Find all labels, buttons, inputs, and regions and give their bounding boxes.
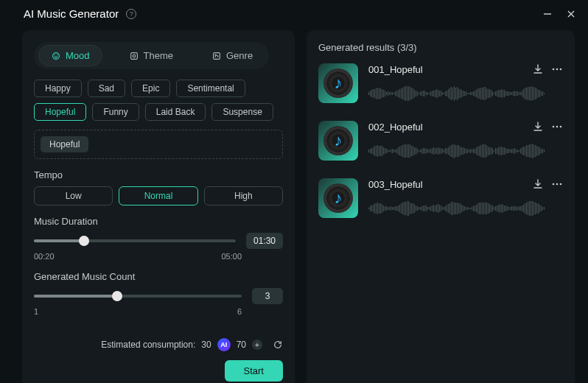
- svg-point-12: [560, 126, 562, 128]
- estimate-label: Estimated consumption:: [101, 340, 195, 350]
- count-min: 1: [34, 307, 38, 316]
- duration-max: 05:00: [221, 252, 242, 261]
- more-icon[interactable]: [551, 63, 563, 75]
- duration-slider[interactable]: [34, 239, 236, 242]
- minimize-button[interactable]: [542, 9, 553, 19]
- close-button[interactable]: [566, 9, 576, 19]
- more-icon[interactable]: [551, 121, 563, 133]
- results-heading: Generated results (3/3): [318, 42, 563, 53]
- tab-label: Genre: [226, 50, 253, 61]
- window-title: AI Music Generator: [24, 7, 119, 20]
- tempo-label: Tempo: [34, 169, 283, 180]
- duration-label: Music Duration: [34, 216, 283, 227]
- refresh-icon[interactable]: [273, 340, 283, 350]
- svg-point-7: [553, 68, 555, 71]
- category-tabs: MoodThemeGenre: [34, 42, 269, 69]
- mood-chip-epic[interactable]: Epic: [131, 80, 170, 97]
- ai-credits-icon: AI: [217, 338, 231, 351]
- waveform[interactable]: [368, 200, 563, 217]
- mood-chip-happy[interactable]: Happy: [34, 80, 82, 97]
- mood-chip-hopeful[interactable]: Hopeful: [34, 103, 86, 121]
- waveform[interactable]: [368, 143, 563, 159]
- count-slider[interactable]: [34, 295, 242, 298]
- result-item: ♪002_Hopeful: [318, 121, 563, 161]
- svg-point-14: [556, 183, 559, 186]
- svg-point-11: [556, 126, 559, 128]
- result-item: ♪001_Hopeful: [318, 63, 563, 103]
- tempo-normal[interactable]: Normal: [119, 186, 197, 205]
- credits-value: 70: [237, 340, 246, 350]
- selected-tags-bar: Hopeful: [34, 130, 283, 159]
- svg-point-3: [53, 52, 60, 59]
- add-credits-button[interactable]: +: [252, 340, 262, 350]
- waveform[interactable]: [368, 85, 563, 102]
- mood-chip-funny[interactable]: Funny: [92, 103, 139, 121]
- svg-point-5: [133, 55, 136, 57]
- music-note-icon: ♪: [335, 74, 343, 93]
- result-item: ♪003_Hopeful: [318, 178, 563, 218]
- result-title: 001_Hopeful: [368, 64, 423, 75]
- duration-value: 01:30: [246, 233, 283, 249]
- music-note-icon: ♪: [335, 131, 343, 150]
- mood-chips: HappySadEpicSentimentalHopefulFunnyLaid …: [34, 80, 283, 121]
- mood-chip-laid-back[interactable]: Laid Back: [145, 103, 206, 121]
- svg-point-8: [556, 68, 559, 71]
- svg-point-15: [560, 183, 562, 186]
- svg-rect-6: [214, 52, 220, 59]
- tab-label: Mood: [66, 50, 90, 61]
- result-title: 003_Hopeful: [368, 179, 423, 190]
- mood-chip-sad[interactable]: Sad: [88, 80, 125, 97]
- result-thumbnail[interactable]: ♪: [318, 121, 358, 161]
- result-thumbnail[interactable]: ♪: [318, 63, 358, 103]
- download-icon[interactable]: [532, 178, 544, 190]
- tab-mood[interactable]: Mood: [38, 45, 102, 66]
- music-note-icon: ♪: [335, 189, 343, 208]
- result-thumbnail[interactable]: ♪: [318, 178, 358, 218]
- result-title: 002_Hopeful: [368, 122, 423, 133]
- selected-tag[interactable]: Hopeful: [41, 136, 88, 152]
- mood-chip-suspense[interactable]: Suspense: [211, 103, 273, 121]
- count-value: 3: [252, 288, 283, 304]
- results-panel: Generated results (3/3) ♪001_Hopeful♪002…: [307, 30, 575, 383]
- more-icon[interactable]: [551, 178, 563, 190]
- svg-point-13: [553, 183, 555, 186]
- tab-theme[interactable]: Theme: [117, 46, 185, 66]
- download-icon[interactable]: [532, 121, 544, 133]
- count-label: Generated Music Count: [34, 271, 283, 282]
- mood-chip-sentimental[interactable]: Sentimental: [176, 80, 245, 97]
- settings-panel: MoodThemeGenre HappySadEpicSentimentalHo…: [22, 30, 295, 383]
- tab-genre[interactable]: Genre: [200, 46, 265, 66]
- estimate-value: 30: [201, 340, 211, 350]
- start-button[interactable]: Start: [225, 360, 283, 382]
- tempo-low[interactable]: Low: [34, 186, 113, 205]
- download-icon[interactable]: [532, 63, 544, 75]
- svg-rect-4: [130, 52, 137, 59]
- svg-point-10: [553, 126, 555, 128]
- tab-label: Theme: [144, 50, 173, 61]
- tempo-high[interactable]: High: [204, 186, 283, 205]
- duration-min: 00:20: [34, 252, 55, 261]
- count-max: 6: [237, 307, 242, 316]
- help-icon[interactable]: ?: [126, 9, 136, 19]
- svg-point-9: [560, 68, 562, 71]
- tempo-options: LowNormalHigh: [34, 186, 283, 205]
